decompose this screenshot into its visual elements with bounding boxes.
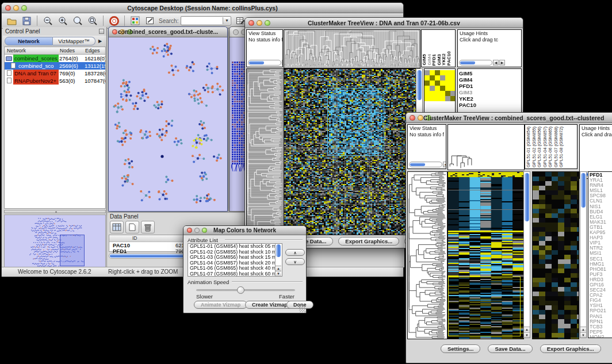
tv1-correlation-matrix[interactable] bbox=[424, 70, 456, 101]
scroll-thumb[interactable] bbox=[460, 61, 475, 64]
tv1-column-dendrogram[interactable] bbox=[284, 29, 420, 68]
network-view-window[interactable]: combined_scores_good.txt--cluste... bbox=[108, 26, 228, 212]
tv2-zoom-heatmap[interactable] bbox=[532, 171, 579, 339]
tv1-heatmap[interactable] bbox=[284, 68, 417, 235]
status-welcome: Welcome to Cytoscape 2.6.2 bbox=[18, 269, 91, 275]
scroll-thumb[interactable] bbox=[410, 163, 425, 166]
file-icon bbox=[7, 70, 12, 76]
scroll-thumb[interactable] bbox=[581, 173, 586, 208]
desktop: Cytoscape Desktop (Session Name: collins… bbox=[0, 0, 612, 364]
scroll-down-icon[interactable]: ▼ bbox=[276, 271, 281, 276]
network-row[interactable]: RNAPuberNov2+563(0)107847(0) bbox=[5, 77, 105, 85]
tab-network[interactable]: Network bbox=[5, 37, 53, 45]
network-overview-panel[interactable] bbox=[4, 214, 106, 267]
col-network[interactable]: Network bbox=[7, 48, 26, 53]
zoom-fit-button[interactable] bbox=[86, 15, 100, 27]
tv2-vscrollbar[interactable]: ▲ ▼ bbox=[523, 171, 530, 338]
delete-attribute-button[interactable] bbox=[141, 221, 155, 233]
tv2-button[interactable]: Export Graphics... bbox=[540, 344, 601, 353]
network-window-titlebar[interactable]: combined_scores_good.txt--cluste... bbox=[109, 27, 227, 37]
tv1-usage-hints-panel: Usage Hints Click and drag tc ◀▶ bbox=[457, 29, 522, 67]
scroll-down-icon[interactable]: ▼ bbox=[524, 332, 530, 338]
zoom-selected-button[interactable] bbox=[71, 15, 85, 27]
dialog-titlebar[interactable]: Map Colors to Network bbox=[183, 226, 306, 235]
tv1-button[interactable]: Export Graphics... bbox=[338, 237, 399, 246]
network-row[interactable]: combined_scores_2764(0)16218(0) bbox=[5, 55, 105, 62]
tab-overflow-arrow[interactable]: ▶ bbox=[98, 39, 102, 44]
col-nodes[interactable]: Nodes bbox=[60, 48, 75, 53]
data-panel-toolbar bbox=[110, 221, 156, 233]
col-id[interactable]: ID bbox=[132, 235, 137, 241]
vizmapper-button[interactable] bbox=[128, 15, 142, 27]
zoom-out-button[interactable] bbox=[41, 15, 55, 27]
tv1-row-label[interactable]: GIM4 bbox=[458, 76, 521, 83]
scroll-thumb[interactable] bbox=[249, 61, 264, 64]
gene-label[interactable]: MON2 bbox=[588, 335, 612, 338]
col-edges[interactable]: Edges bbox=[85, 48, 100, 53]
tv1-row-label[interactable]: PAC10 bbox=[458, 102, 521, 108]
scroll-up-icon[interactable]: ▲ bbox=[580, 327, 586, 332]
select-attributes-button[interactable] bbox=[110, 221, 124, 233]
tv1-hints-scrollbar[interactable]: ◀▶ bbox=[459, 59, 505, 66]
network-table-header[interactable]: Network Nodes Edges bbox=[5, 47, 105, 55]
list-vscrollbar[interactable]: ▲ ▼ bbox=[275, 244, 282, 276]
move-up-button[interactable]: ∧ bbox=[285, 249, 305, 256]
scroll-thumb[interactable] bbox=[417, 70, 422, 100]
attribute-listbox[interactable]: GPL51-01 (GSM854) heat shock 05 minGPL51… bbox=[188, 243, 282, 277]
treeview2-titlebar[interactable]: ClusterMaker TreeView : combined_scores_… bbox=[406, 113, 612, 123]
main-titlebar[interactable]: Cytoscape Desktop (Session Name: collins… bbox=[2, 3, 403, 13]
help-button[interactable] bbox=[107, 15, 121, 27]
tv1-row-label[interactable]: GIM5 bbox=[458, 70, 521, 76]
tv2-heatmap[interactable] bbox=[447, 171, 524, 339]
network-edges: 183728(0) bbox=[85, 70, 106, 77]
tv1-row-label[interactable]: YKE2 bbox=[458, 95, 521, 102]
network-overview-canvas[interactable] bbox=[5, 215, 105, 267]
close-button[interactable] bbox=[233, 29, 239, 35]
tv1-row-dendrogram[interactable] bbox=[246, 68, 284, 235]
tv1-row-label[interactable]: PFD1 bbox=[458, 83, 521, 89]
tv2-button[interactable]: Settings... bbox=[441, 344, 480, 353]
scroll-right-icon[interactable]: ▶ bbox=[499, 60, 505, 66]
animation-slider-thumb[interactable] bbox=[237, 286, 244, 294]
treeview1-titlebar[interactable]: ClusterMaker TreeView : DNA and Tran 07-… bbox=[245, 18, 523, 28]
network-row[interactable]: combined_sco2569(6)13112(15) bbox=[5, 62, 105, 70]
scroll-up-icon[interactable]: ▲ bbox=[524, 327, 530, 332]
animation-slider-track[interactable] bbox=[196, 289, 295, 291]
scroll-up-icon[interactable]: ▲ bbox=[276, 266, 281, 271]
new-attribute-button[interactable] bbox=[125, 221, 139, 233]
tv2-column-labels: GPL51-01 (GSM854)GPL51-02 (GSM855)GPL51-… bbox=[525, 124, 577, 169]
annotation-button[interactable] bbox=[143, 15, 157, 27]
animate-vizmap-button[interactable]: Animate Vizmap bbox=[194, 301, 247, 309]
float-panel-icon[interactable] bbox=[99, 29, 104, 34]
tv2-gene-vscrollbar[interactable]: ▲ ▼ bbox=[580, 171, 587, 338]
scroll-left-icon[interactable]: ◀ bbox=[493, 60, 499, 66]
chevron-down-icon[interactable]: ▼ bbox=[223, 17, 230, 24]
tv1-status-scrollbar[interactable]: ◀▶ bbox=[248, 59, 283, 66]
attribute-item[interactable]: GPL51-07 (GSM868) heat shock 60 min bbox=[188, 271, 282, 277]
move-down-button[interactable]: ∨ bbox=[285, 258, 305, 265]
scroll-left-icon[interactable]: ◀ bbox=[443, 162, 446, 167]
tv2-status-scrollbar[interactable]: ◀▶ bbox=[409, 161, 446, 167]
main-window-title: Cytoscape Desktop (Session Name: collins… bbox=[2, 5, 403, 12]
tab-vizmapper[interactable]: VizMapper™ bbox=[53, 37, 95, 45]
tv1-view-status-text: No status info f bbox=[248, 37, 281, 43]
tv2-column-tree-area[interactable] bbox=[447, 124, 525, 170]
open-file-button[interactable] bbox=[5, 15, 18, 27]
tv2-row-dendrogram[interactable] bbox=[407, 171, 447, 339]
resize-grip[interactable] bbox=[299, 306, 305, 312]
scroll-thumb[interactable] bbox=[525, 173, 529, 221]
search-label: Search: bbox=[159, 18, 178, 24]
save-session-button[interactable] bbox=[20, 15, 33, 27]
tv1-view-status-panel: View Status No status info f ◀▶ bbox=[246, 29, 283, 67]
tv1-row-label[interactable]: GIM3 bbox=[458, 89, 521, 95]
search-input[interactable]: ▼ bbox=[181, 16, 231, 25]
scroll-left-icon[interactable]: ◀ bbox=[282, 60, 283, 66]
tv2-button[interactable]: Save Data... bbox=[488, 344, 532, 353]
panel-divider-handle[interactable] bbox=[4, 210, 106, 213]
network-canvas[interactable] bbox=[109, 38, 227, 210]
network-window-title: combined_scores_good.txt--cluste... bbox=[109, 29, 227, 35]
zoom-in-button[interactable] bbox=[56, 15, 70, 27]
network-row[interactable]: DNA and Tran 07769(0)183728(0) bbox=[5, 70, 105, 77]
scroll-thumb[interactable] bbox=[276, 244, 281, 257]
scroll-down-icon[interactable]: ▼ bbox=[580, 332, 586, 338]
